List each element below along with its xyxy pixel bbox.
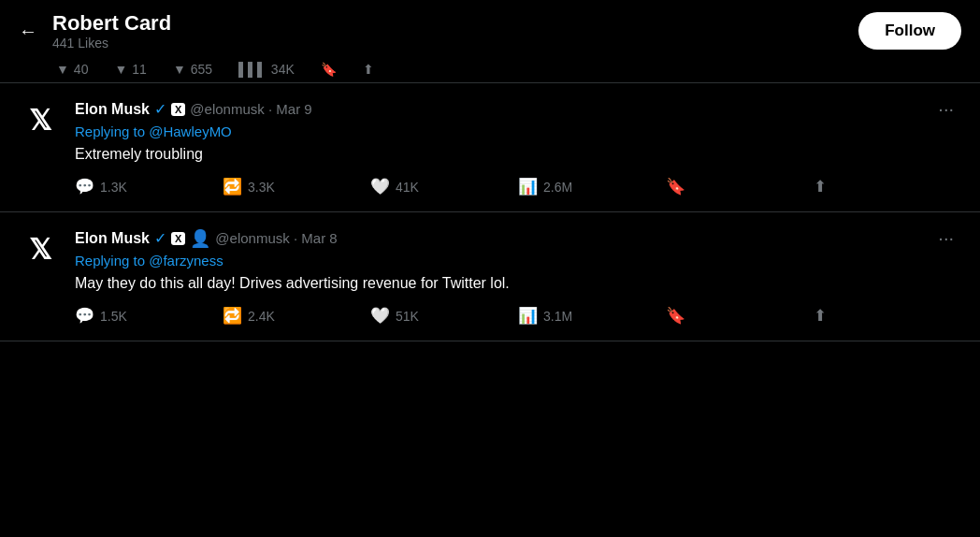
comment-action-1[interactable]: 💬 1.3K <box>75 177 223 196</box>
x-avatar-1: 𝕏 <box>19 98 62 141</box>
tweet-text-1: Extremely troubling <box>75 143 961 166</box>
stat-value-2: 11 <box>132 62 147 77</box>
bar-chart-icon: ▌▌▌ <box>238 62 267 77</box>
down-icon-1: ▼ <box>56 62 69 77</box>
retweet-icon-1: 🔁 <box>223 177 242 196</box>
comment-count-2: 1.5K <box>100 309 127 324</box>
retweet-count-1: 3.3K <box>248 180 275 195</box>
stat-down-3: ▼ 655 <box>173 62 212 77</box>
author-name-1: Elon Musk <box>75 101 150 118</box>
views-count-2: 3.1M <box>543 309 572 324</box>
reply-handle-1: @HawleyMO <box>149 123 232 139</box>
x-badge-2: X <box>171 232 185 245</box>
like-action-2[interactable]: 🤍 51K <box>370 306 518 326</box>
page-header: ← Robert Card 441 Likes Follow <box>0 0 980 56</box>
reply-to-1: Replying to @HawleyMO <box>75 123 961 139</box>
tweet-header-left-1: Elon Musk ✓ X @elonmusk · Mar 9 <box>75 100 312 118</box>
follow-button[interactable]: Follow <box>858 12 961 50</box>
verified-icon-2: ✓ <box>154 229 166 247</box>
more-options-button-2[interactable]: ··· <box>930 227 961 249</box>
reply-to-2: Replying to @farzyness <box>75 253 961 268</box>
tweet-content-2: Elon Musk ✓ X 👤 @elonmusk · Mar 8 ··· Re… <box>75 227 961 326</box>
bookmark-icon-2: 🔖 <box>666 306 685 326</box>
page-title: Robert Card <box>52 11 171 36</box>
views-action-1[interactable]: 📊 2.6M <box>518 177 666 196</box>
likes-count: 441 Likes <box>52 36 171 51</box>
comment-icon-1: 💬 <box>75 177 94 196</box>
tweet-content-1: Elon Musk ✓ X @elonmusk · Mar 9 ··· Repl… <box>75 98 961 196</box>
tweet-header-1: Elon Musk ✓ X @elonmusk · Mar 9 ··· <box>75 98 961 120</box>
views-icon-1: 📊 <box>518 177 538 196</box>
bookmark-action-1[interactable]: 🔖 <box>666 177 814 196</box>
x-badge-1: X <box>171 103 185 116</box>
share-icon-2: ⬆ <box>814 306 827 326</box>
down-icon-3: ▼ <box>173 62 186 77</box>
share-icon-1: ⬆ <box>814 177 827 196</box>
share-icon: ⬆ <box>363 62 374 77</box>
comment-count-1: 1.3K <box>100 180 127 195</box>
views-action-2[interactable]: 📊 3.1M <box>518 306 666 326</box>
like-icon-2: 🤍 <box>370 306 390 326</box>
reply-handle-2: @farzyness <box>149 253 223 268</box>
stats-bar: ▼ 40 ▼ 11 ▼ 655 ▌▌▌ 34K 🔖 ⬆ <box>0 56 980 83</box>
author-name-2: Elon Musk <box>75 230 150 247</box>
like-count-2: 51K <box>396 309 419 324</box>
retweet-icon-2: 🔁 <box>223 306 242 326</box>
stat-share: ⬆ <box>363 62 374 77</box>
x-avatar-2: 𝕏 <box>19 227 62 270</box>
views-icon-2: 📊 <box>518 306 538 326</box>
x-logo-icon-1: 𝕏 <box>29 104 51 137</box>
comment-icon-2: 💬 <box>75 306 94 326</box>
stat-value-4: 34K <box>271 62 295 77</box>
handle-date-2: @elonmusk · Mar 8 <box>215 230 337 246</box>
tweet-actions-1: 💬 1.3K 🔁 3.3K 🤍 41K 📊 2.6M 🔖 ⬆ <box>75 177 961 196</box>
tweet-card-1: 𝕏 Elon Musk ✓ X @elonmusk · Mar 9 ··· Re… <box>0 83 980 212</box>
tweet-text-2: May they do this all day! Drives adverti… <box>75 272 961 295</box>
share-action-1[interactable]: ⬆ <box>814 177 961 196</box>
retweet-action-2[interactable]: 🔁 2.4K <box>223 306 370 326</box>
tweet-card-2: 𝕏 Elon Musk ✓ X 👤 @elonmusk · Mar 8 ··· … <box>0 212 980 341</box>
retweet-count-2: 2.4K <box>248 309 275 324</box>
tweet-header-2: Elon Musk ✓ X 👤 @elonmusk · Mar 8 ··· <box>75 227 961 249</box>
stat-bookmark: 🔖 <box>321 62 337 77</box>
header-title-block: Robert Card 441 Likes <box>52 11 171 51</box>
stat-down-1: ▼ 40 <box>56 62 88 77</box>
like-icon-1: 🤍 <box>370 177 390 196</box>
bookmark-action-2[interactable]: 🔖 <box>666 306 814 326</box>
stat-value-3: 655 <box>191 62 212 77</box>
share-action-2[interactable]: ⬆ <box>814 306 961 326</box>
more-options-button-1[interactable]: ··· <box>930 98 961 120</box>
stat-views: ▌▌▌ 34K <box>238 62 295 77</box>
comment-action-2[interactable]: 💬 1.5K <box>75 306 223 326</box>
bookmark-icon: 🔖 <box>321 62 337 77</box>
views-count-1: 2.6M <box>543 180 572 195</box>
retweet-action-1[interactable]: 🔁 3.3K <box>223 177 370 196</box>
stat-down-2: ▼ 11 <box>114 62 146 77</box>
like-action-1[interactable]: 🤍 41K <box>370 177 518 196</box>
header-left: ← Robert Card 441 Likes <box>19 11 171 51</box>
verified-icon-1: ✓ <box>154 100 166 118</box>
stat-value-1: 40 <box>74 62 89 77</box>
back-button[interactable]: ← <box>19 21 37 42</box>
bookmark-icon-1: 🔖 <box>666 177 685 196</box>
handle-date-1: @elonmusk · Mar 9 <box>190 101 311 117</box>
x-logo-icon-2: 𝕏 <box>29 233 51 266</box>
tweet-actions-2: 💬 1.5K 🔁 2.4K 🤍 51K 📊 3.1M 🔖 ⬆ <box>75 306 961 326</box>
person-badge-2: 👤 <box>190 228 210 249</box>
down-icon-2: ▼ <box>114 62 127 77</box>
tweet-header-left-2: Elon Musk ✓ X 👤 @elonmusk · Mar 8 <box>75 228 338 249</box>
like-count-1: 41K <box>396 180 419 195</box>
